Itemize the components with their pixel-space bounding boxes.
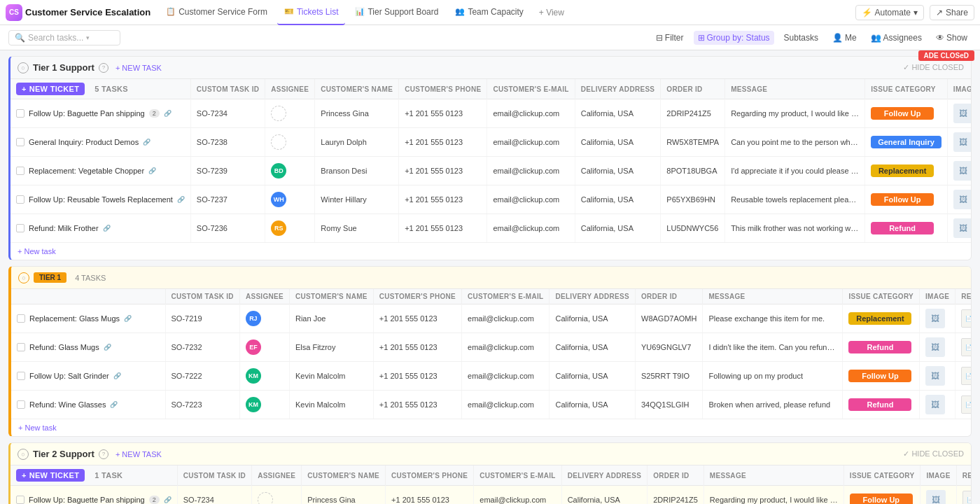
tier1-support-new-task[interactable]: + NEW TASK — [115, 64, 162, 72]
task-checkbox[interactable] — [17, 372, 25, 380]
avatar-empty — [271, 134, 286, 150]
tier2-support-section: ○ Tier 2 Support ? + NEW TASK ✓ HIDE CLO… — [8, 442, 972, 504]
receipt-cell: 📄 — [955, 304, 971, 333]
filter-label: Filter — [665, 33, 684, 43]
tier1-support-info-icon[interactable]: ? — [99, 63, 108, 73]
task-link-icon[interactable]: 🔗 — [113, 372, 121, 379]
task-checkbox[interactable] — [17, 400, 25, 409]
tier2-support-table: + NEW TICKET 1 TASK CUSTOM TASK ID ASSIG… — [10, 465, 971, 504]
tier2-th-order: ORDER ID — [648, 465, 704, 486]
receipt-cell: 📄 — [955, 333, 971, 362]
share-button[interactable]: ↗ Share — [930, 5, 974, 20]
tier2-th-image: IMAGE — [920, 465, 956, 486]
group-by-button[interactable]: ⊞ Group by: Status — [694, 31, 774, 45]
category-badge: Follow Up — [871, 193, 934, 206]
table-header-row: + NEW TICKET 5 TASKS CUSTOM TASK ID ASSI… — [10, 79, 971, 99]
task-link-icon[interactable]: 🔗 — [164, 496, 172, 503]
avatar: WH — [271, 192, 286, 207]
address-cell: California, USA — [575, 99, 661, 128]
task-id-cell: SO-7222 — [165, 362, 239, 391]
task-link-icon[interactable]: 🔗 — [104, 344, 111, 351]
task-checkbox[interactable] — [16, 109, 24, 118]
tier2-new-ticket-btn[interactable]: + NEW TICKET — [16, 469, 85, 482]
tier2-support-new-task[interactable]: + NEW TASK — [115, 450, 162, 458]
automate-button[interactable]: ⚡ Automate ▾ — [855, 5, 924, 20]
tier2-th-phone: CUSTOMER'S PHONE — [386, 465, 474, 486]
email-cell: email@clickup.com — [487, 214, 575, 243]
tier1-new-task-row[interactable]: + New task — [11, 419, 971, 436]
table-row: Replacement: Glass Mugs 🔗 SO-7219 RJ Ria… — [11, 304, 971, 333]
task-link-icon[interactable]: 🔗 — [177, 196, 185, 203]
task-checkbox[interactable] — [17, 314, 25, 323]
address-cell: California, USA — [575, 128, 661, 157]
task-link-icon[interactable]: 🔗 — [164, 110, 172, 117]
image-thumb: 🖼 — [925, 395, 945, 414]
subtasks-button[interactable]: Subtasks — [780, 31, 822, 45]
image-thumb: 🖼 — [925, 309, 945, 328]
tier1-support-hide-closed[interactable]: ✓ HIDE CLOSED — [903, 63, 964, 72]
tier1-th-id: CUSTOM TASK ID — [165, 289, 239, 304]
task-link-icon[interactable]: 🔗 — [148, 167, 156, 174]
category-badge: Replacement — [848, 312, 911, 325]
top-nav: CS Customer Service Escalation 📋 Custome… — [0, 0, 980, 25]
tier1-th-category: ISSUE CATEGORY — [843, 289, 920, 304]
me-button[interactable]: 👤 Me — [828, 31, 861, 45]
app-title: Customer Service Escalation — [25, 7, 150, 18]
th-order-id: ORDER ID — [661, 79, 725, 99]
filter-button[interactable]: ⊟ Filter — [652, 31, 688, 45]
tab-customer-form[interactable]: 📋 Customer Service Form — [159, 0, 274, 25]
image-cell: 🖼 — [920, 391, 955, 419]
th-address: DELIVERY ADDRESS — [575, 79, 661, 99]
search-box[interactable]: 🔍 Search tasks... ▾ — [8, 30, 120, 46]
task-id-cell: SO-7223 — [165, 391, 239, 419]
customer-name-cell: Princess Gina — [315, 99, 399, 128]
tier2-support-info-icon[interactable]: ? — [99, 449, 108, 459]
task-link-icon[interactable]: 🔗 — [103, 225, 111, 232]
order-id-cell: YU69GNGLV7 — [636, 333, 703, 362]
add-view-button[interactable]: + View — [533, 5, 570, 20]
show-button[interactable]: 👁 Show — [932, 31, 972, 45]
tier2-support-hide-closed[interactable]: ✓ HIDE CLOSED — [903, 449, 964, 458]
order-id-cell: 2DRIP241Z5 — [661, 99, 725, 128]
task-checkbox[interactable] — [16, 195, 24, 204]
assignees-button[interactable]: 👥 Assignees — [867, 31, 926, 45]
phone-cell: +1 201 555 0123 — [373, 304, 461, 333]
assignee-cell: RS — [265, 214, 315, 243]
tier1-support-new-task-row[interactable]: + New task — [10, 242, 971, 260]
new-ticket-btn-header[interactable]: + NEW TICKET — [16, 83, 85, 95]
customer-name-cell: Kevin Malcolm — [289, 391, 373, 419]
phone-cell: +1 201 555 0123 — [373, 362, 461, 391]
email-cell: email@clickup.com — [487, 99, 575, 128]
task-checkbox[interactable] — [16, 138, 24, 146]
tier1-th-name — [11, 289, 165, 304]
tier2-support-toggle[interactable]: ○ — [18, 449, 29, 460]
table-row: Refund: Wine Glasses 🔗 SO-7223 KM Kevin … — [11, 391, 971, 419]
avatar: EF — [246, 340, 261, 355]
task-checkbox[interactable] — [16, 224, 24, 232]
avatar: BD — [271, 163, 286, 178]
tier2-new-icon: + — [22, 471, 27, 479]
task-name: General Inquiry: Product Demos — [29, 138, 139, 146]
customer-name-cell: Kevin Malcolm — [289, 362, 373, 391]
task-checkbox[interactable] — [16, 496, 24, 504]
task-id-cell: SO-7234 — [177, 486, 251, 505]
avatar: RJ — [246, 311, 261, 326]
category-cell: Refund — [843, 333, 920, 362]
tier1-support-toggle[interactable]: ○ — [18, 62, 29, 74]
task-link-icon[interactable]: 🔗 — [143, 139, 150, 146]
assignee-cell: EF — [239, 333, 289, 362]
order-id-cell: 34QQ1SLGIH — [636, 391, 703, 419]
assignee-cell: KM — [239, 362, 289, 391]
task-link-icon[interactable]: 🔗 — [110, 401, 118, 408]
receipt-thumb: 📄 — [961, 396, 971, 414]
tab-tickets-list[interactable]: 🎫 Tickets List — [277, 0, 346, 25]
form-tab-icon: 📋 — [166, 7, 176, 16]
tab-team-capacity[interactable]: 👥 Team Capacity — [448, 0, 530, 25]
tier1-support-table: + NEW TICKET 5 TASKS CUSTOM TASK ID ASSI… — [10, 79, 971, 242]
task-checkbox[interactable] — [17, 343, 25, 351]
task-link-icon[interactable]: 🔗 — [124, 315, 132, 322]
tab-tier-support[interactable]: 📊 Tier Support Board — [348, 0, 445, 25]
tier1-toggle[interactable]: ○ — [18, 272, 29, 284]
phone-cell: +1 201 555 0123 — [399, 128, 487, 157]
task-checkbox[interactable] — [16, 167, 24, 175]
